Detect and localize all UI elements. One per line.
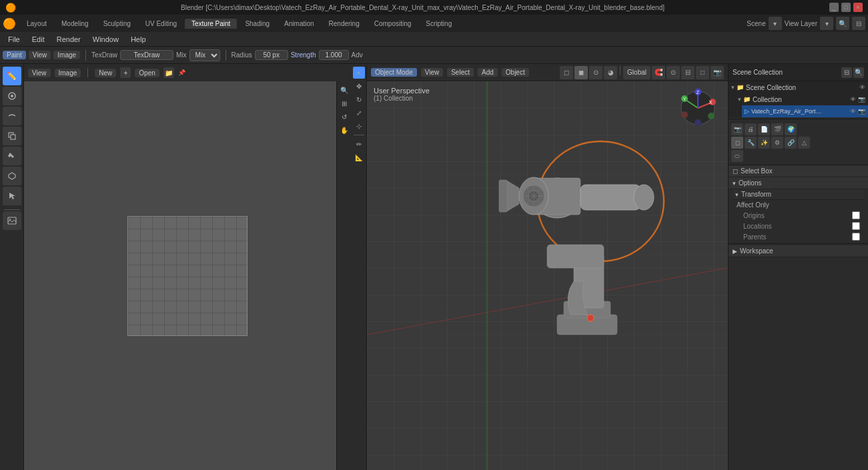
view-layer-properties-icon[interactable]: 📄 [758, 123, 770, 135]
parents-checkbox[interactable] [852, 233, 860, 241]
tab-rendering[interactable]: Rendering [322, 19, 366, 29]
tex-new-button[interactable]: New [95, 69, 116, 77]
obj-render-icon[interactable]: 📷 [858, 108, 865, 115]
transform-icon[interactable]: ⊹ [353, 120, 365, 132]
output-properties-icon[interactable]: 🖨 [745, 123, 757, 135]
vp-view-button[interactable]: View [421, 68, 444, 77]
scale-icon[interactable]: ⤢ [353, 107, 365, 119]
data-properties-icon[interactable]: △ [798, 137, 810, 149]
view-layer-dropdown-icon[interactable]: ▾ [820, 17, 833, 30]
vp-object-button[interactable]: Object [502, 68, 529, 77]
tab-texture-paint[interactable]: Texture Paint [185, 19, 237, 29]
options-header[interactable]: ▾ Options [729, 177, 868, 189]
visibility-icon[interactable]: 👁 [859, 84, 865, 91]
menu-help[interactable]: Help [125, 34, 151, 45]
tab-compositing[interactable]: Compositing [368, 19, 418, 29]
3d-cursor-icon[interactable]: + [353, 67, 365, 79]
tex-image-button[interactable]: Image [55, 69, 81, 77]
folder-icon[interactable]: 📁 [163, 67, 174, 78]
workspace-header[interactable]: ▶ Workspace [729, 245, 868, 257]
render-properties-icon[interactable]: 📷 [731, 123, 743, 135]
tab-animation[interactable]: Animation [278, 19, 320, 29]
sub-render-icon[interactable]: 📷 [858, 96, 865, 103]
proportional-edit-icon[interactable]: ⊙ [667, 66, 680, 79]
blend-mode-select[interactable]: Mix [189, 49, 220, 61]
material-properties-icon[interactable]: ⬭ [731, 150, 743, 162]
search-icon[interactable]: 🔍 [836, 17, 849, 30]
image-menu-button[interactable]: Image [53, 51, 80, 59]
locations-checkbox[interactable] [852, 222, 860, 230]
zoom-in-icon[interactable]: 🔍 [338, 84, 350, 96]
obj-visibility-icon[interactable]: 👁 [850, 108, 856, 115]
snap-icon[interactable]: 🧲 [652, 66, 665, 79]
constraints-properties-icon[interactable]: 🔗 [785, 137, 797, 149]
tab-layout[interactable]: Layout [20, 19, 53, 29]
scene-collection-row[interactable]: ▾ 📁 Scene Collection 👁 [729, 81, 868, 93]
menu-render[interactable]: Render [51, 34, 86, 45]
outliner-search-icon[interactable]: 🔍 [853, 67, 864, 78]
3d-viewport-canvas[interactable]: User Perspective (1) Collection X Y [367, 81, 728, 470]
outliner-filter-icon[interactable]: ⊟ [841, 67, 852, 78]
vp-select-button[interactable]: Select [447, 68, 474, 77]
viewport-shading-wire[interactable]: ◻ [560, 66, 573, 79]
overlay-icon[interactable]: ⊟ [681, 66, 695, 79]
scene-dropdown-icon[interactable]: ▾ [769, 17, 782, 30]
annotate-icon[interactable]: ✏ [353, 138, 365, 150]
paint-mode-button[interactable]: Paint [3, 51, 26, 59]
draw-tool[interactable]: ✏️ [3, 67, 21, 85]
tab-sculpting[interactable]: Sculpting [97, 19, 137, 29]
zoom-extents-icon[interactable]: ⊞ [338, 97, 350, 109]
rotate-icon[interactable]: ↻ [353, 93, 365, 105]
view-rotate-icon[interactable]: ↺ [338, 111, 350, 123]
object-row[interactable]: ▷ Vatech_EzRay_Air_Portable_Dental_X-ray… [742, 105, 868, 117]
menu-file[interactable]: File [3, 34, 25, 45]
close-button[interactable]: × [853, 3, 863, 12]
new-icon[interactable]: + [120, 67, 131, 78]
sub-visibility-icon[interactable]: 👁 [850, 96, 856, 103]
object-mode-button[interactable]: Object Mode [371, 68, 417, 77]
origins-checkbox[interactable] [852, 211, 860, 219]
view-menu-button[interactable]: View [29, 51, 51, 59]
filter-icon[interactable]: ⊟ [852, 17, 865, 30]
select-box-header[interactable]: ◻ Select Box [729, 165, 868, 177]
viewport-shading-material[interactable]: ⊙ [589, 66, 602, 79]
smear-tool[interactable] [3, 107, 21, 125]
view-pan-icon[interactable]: ✋ [338, 124, 350, 136]
image-tool[interactable] [3, 211, 21, 230]
transform-header[interactable]: ▾ Transform [733, 189, 864, 200]
mask-tool[interactable] [3, 167, 21, 185]
strength-input[interactable] [319, 50, 349, 60]
menu-window[interactable]: Window [87, 34, 124, 45]
tab-uv-editing[interactable]: UV Editing [139, 19, 183, 29]
collection-row[interactable]: ▾ 📁 Collection 👁 📷 [735, 93, 868, 105]
clone-tool[interactable] [3, 127, 21, 145]
menu-edit[interactable]: Edit [27, 34, 50, 45]
xray-icon[interactable]: □ [696, 66, 709, 79]
tab-shading[interactable]: Shading [238, 19, 276, 29]
vp-add-button[interactable]: Add [478, 68, 498, 77]
world-properties-icon[interactable]: 🌍 [785, 123, 797, 135]
scene-properties-icon[interactable]: 🎬 [771, 123, 783, 135]
particle-properties-icon[interactable]: ✨ [758, 137, 770, 149]
tex-open-button[interactable]: Open [135, 69, 159, 77]
modifier-properties-icon[interactable]: 🔧 [745, 137, 757, 149]
object-properties-icon[interactable]: ◻ [731, 137, 743, 149]
tab-modeling[interactable]: Modeling [55, 19, 95, 29]
physics-properties-icon[interactable]: ⚙ [771, 137, 783, 149]
tab-scripting[interactable]: Scripting [419, 19, 458, 29]
global-local-button[interactable]: Global [623, 66, 650, 79]
select-tool[interactable] [3, 187, 21, 205]
brush-name-input[interactable] [120, 50, 173, 60]
viewport-shading-solid[interactable]: ◼ [574, 66, 588, 79]
fill-tool[interactable] [3, 147, 21, 165]
soften-tool[interactable] [3, 87, 21, 105]
camera-icon[interactable]: 📷 [711, 66, 724, 79]
measure-icon[interactable]: 📐 [353, 151, 365, 163]
maximize-button[interactable]: □ [841, 3, 851, 12]
viewport-shading-render[interactable]: ◕ [604, 66, 617, 79]
radius-input[interactable] [255, 50, 288, 60]
move-icon[interactable]: ✥ [353, 80, 365, 92]
minimize-button[interactable]: _ [829, 3, 839, 12]
texture-canvas[interactable] [127, 216, 248, 336]
tex-view-button[interactable]: View [28, 69, 51, 77]
